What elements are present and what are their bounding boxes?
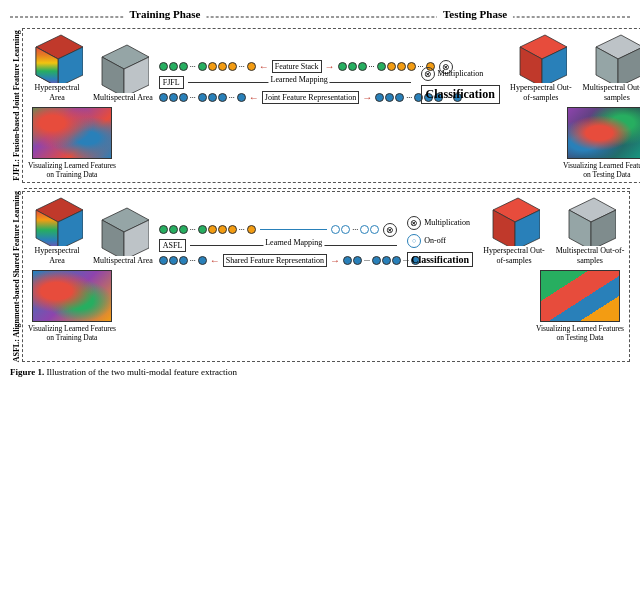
caption-text: Illustration of the two multi-modal feat… <box>47 367 237 377</box>
multi-area2-label: Multispectral Area <box>93 256 153 266</box>
onoff-legend-symbol: ○ <box>407 234 421 248</box>
classification-box-1: Classification <box>421 85 500 104</box>
viz-train-label-2: Visualizing Learned Features on Training… <box>27 324 117 342</box>
viz-train-2: Visualizing Learned Features on Training… <box>27 270 117 342</box>
hyper-area2-label: Hyperspectral Area <box>27 246 87 267</box>
multi-cube-svg <box>97 43 149 93</box>
section2-legend: ⊗ Multiplication ○ On-off Classification <box>407 216 473 267</box>
multiplication-label-2: Multiplication <box>424 218 470 227</box>
multi-area-label: Multispectral Area <box>93 93 153 103</box>
multi-out-label-1: Multispectral Out-of-samples <box>582 83 640 104</box>
fjfl-tag: FJFL <box>159 76 184 89</box>
multi-area-cube: Multispectral Area <box>93 43 153 103</box>
hyper-out2-label: Hyperspectral Out-of-samples <box>479 246 549 267</box>
viz-test-label-1: Visualizing Learned Features on Testing … <box>562 161 640 179</box>
asfl-section-label: ASFL: Alignment-based Shared Feature Lea… <box>10 191 22 362</box>
multi-out2-label: Multispectral Out-of-samples <box>555 246 625 267</box>
multiply-legend-symbol: ⊗ <box>421 67 435 81</box>
multi-area2-cube: Multispectral Area <box>93 206 153 266</box>
multi-out2-cube: Multispectral Out-of-samples <box>555 196 625 267</box>
hyper-area-label: Hyperspectral Area <box>27 83 87 104</box>
multiplication-label-1: Multiplication <box>438 69 484 78</box>
viz-train-1: Visualizing Learned Features on Training… <box>27 107 117 179</box>
joint-feature-label: Joint Feature Representation <box>262 91 360 104</box>
feature-stack-label: Feature Stack <box>272 60 322 73</box>
multiply-legend-2: ⊗ <box>407 216 421 230</box>
feature-stack-row: ··· ··· ← Feature Stack → <box>159 60 411 74</box>
viz-test-label-2: Visualizing Learned Features on Testing … <box>535 324 625 342</box>
figure-caption: Figure 1. Illustration of the two multi-… <box>10 366 630 379</box>
hyper-area2-cube: Hyperspectral Area <box>27 196 87 267</box>
asfl-tag: ASFL <box>159 239 187 252</box>
shared-feature-row: ··· ← Shared Feature Representation → ··… <box>159 254 397 267</box>
training-phase-label: Training Phase <box>123 8 206 20</box>
multi-out-cube: Multispectral Out-of-samples <box>582 33 640 104</box>
hyper-area-cube: Hyperspectral Area <box>27 33 87 104</box>
section1-legend: ⊗ Multiplication Classification <box>421 67 500 104</box>
hyper-out-label-1: Hyperspectral Out-of-samples <box>506 83 576 104</box>
main-container: Training Phase Testing Phase FJFL: Fusio… <box>0 0 640 616</box>
feature-stack-row-2: ··· ··· ··· <box>159 223 397 237</box>
classification-box-2: Classification <box>407 252 473 267</box>
learned-mapping-label-2: Learned Mapping <box>263 238 324 247</box>
hyper-out-cube: Hyperspectral Out-of-samples <box>506 33 576 104</box>
fjfl-section-label: FJFL: Fusion-based Joint Feature Learnin… <box>10 28 22 183</box>
viz-test-2: Visualizing Learned Features on Testing … <box>535 270 625 342</box>
shared-feature-label: Shared Feature Representation <box>223 254 327 267</box>
joint-feature-row: ··· ··· ← Joint Feature Representation →… <box>159 91 411 104</box>
onoff-label: On-off <box>424 236 446 245</box>
viz-train-label-1: Visualizing Learned Features on Training… <box>27 161 117 179</box>
testing-phase-label: Testing Phase <box>437 8 513 20</box>
fjfl-mapping-row: FJFL Learned Mapping <box>159 76 411 89</box>
hyper-out2-cube: Hyperspectral Out-of-samples <box>479 196 549 267</box>
multiply-symbol-2: ⊗ <box>383 223 397 237</box>
asfl-mapping-row: ASFL Learned Mapping <box>159 239 397 252</box>
figure-number: Figure 1. <box>10 367 44 377</box>
hyper-cube-svg <box>31 33 83 83</box>
viz-test-1: Visualizing Learned Features on Testing … <box>562 107 640 179</box>
learned-mapping-label-1: Learned Mapping <box>269 75 330 84</box>
